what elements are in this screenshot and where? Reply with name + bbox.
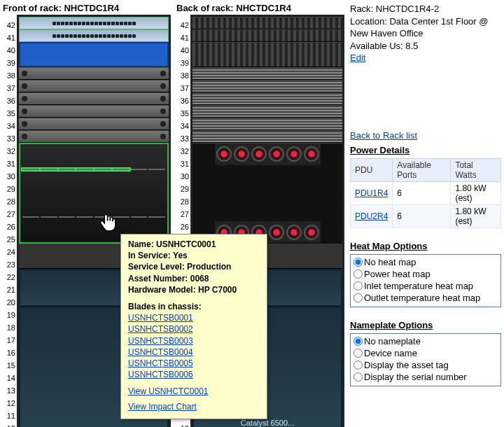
tt-asset: 0068: [190, 274, 209, 284]
device-1u-rear[interactable]: [192, 92, 342, 105]
meta-loc-label: Location:: [350, 16, 387, 27]
device-1u[interactable]: [19, 105, 169, 118]
nameplate-radio[interactable]: [354, 349, 363, 358]
pdu-link[interactable]: PDU2R4: [355, 211, 388, 221]
tt-name: USNHCTC0001: [156, 239, 216, 249]
nameplate-label: Device name: [364, 348, 417, 358]
front-rack-title: Front of rack: NHCTDC1R4: [3, 3, 171, 13]
tt-blade-link[interactable]: USNHCTSB0003: [128, 335, 260, 346]
heatmap-label: Outlet temperature heat map: [364, 293, 480, 303]
nameplate-label: Display the serial number: [364, 372, 467, 382]
meta-avail-label: Available Us:: [350, 41, 403, 51]
col-pdu: PDU: [351, 158, 393, 181]
heatmap-radio[interactable]: [354, 281, 363, 290]
device-label: Catalyst 6500...: [241, 419, 294, 427]
device-switch-rear[interactable]: [192, 17, 342, 29]
nameplate-option[interactable]: Display the serial number: [354, 371, 498, 383]
pdu-row: PDU1R461.80 kW (est): [351, 181, 501, 204]
device-1u-rear[interactable]: [192, 130, 342, 143]
device-1u[interactable]: [19, 92, 169, 105]
tt-sl-label: Service Level:: [128, 262, 185, 272]
device-switch[interactable]: [19, 17, 169, 29]
device-appliance-blue[interactable]: [19, 42, 169, 67]
nameplate-option[interactable]: Display the asset tag: [354, 359, 498, 371]
tt-hw: HP C7000: [198, 285, 237, 295]
pdu-watts: 1.80 kW (est): [451, 181, 501, 204]
device-blade-chassis-rear[interactable]: [192, 143, 342, 244]
tt-name-label: Name:: [128, 239, 154, 249]
col-ports: Available Ports: [393, 158, 451, 181]
meta-avail: 8.5: [405, 41, 418, 51]
tt-sl: Production: [187, 262, 231, 272]
device-1u-rear[interactable]: [192, 105, 342, 118]
nameplate-options: No nameplateDevice nameDisplay the asset…: [350, 333, 501, 386]
nameplate-radio[interactable]: [354, 337, 363, 346]
device-appliance-rear[interactable]: [192, 42, 342, 67]
device-1u[interactable]: [19, 80, 169, 92]
u-labels-front: 1011121314151617181920212223242526272829…: [3, 15, 17, 427]
nameplate-heading: Nameplate Options: [350, 320, 501, 330]
tt-blade-link[interactable]: USNHCTSB0004: [128, 346, 260, 358]
nameplate-radio[interactable]: [354, 372, 363, 382]
heatmap-label: Inlet temperature heat map: [364, 281, 473, 291]
device-blade-chassis[interactable]: [19, 143, 169, 244]
device-1u-rear[interactable]: [192, 67, 342, 80]
tt-blade-link[interactable]: USNHCTSB0002: [128, 323, 260, 335]
device-1u[interactable]: [19, 130, 169, 143]
device-1u[interactable]: [19, 118, 169, 130]
tt-blades-label: Blades in chassis:: [128, 302, 202, 312]
device-1u-rear[interactable]: [192, 118, 342, 130]
meta-rack: NHCTDC1R4-2: [376, 4, 439, 14]
col-watts: Total Watts: [451, 158, 501, 181]
heatmap-options: No heat mapPower heat mapInlet temperatu…: [350, 254, 501, 307]
tt-blade-link[interactable]: USNHCTSB0006: [128, 369, 260, 380]
heatmap-option[interactable]: No heat map: [354, 256, 498, 268]
tt-inservice: Yes: [173, 251, 188, 260]
power-details-heading: Power Details: [350, 145, 501, 155]
heatmap-heading: Heat Map Options: [350, 241, 501, 251]
nameplate-option[interactable]: Device name: [354, 347, 498, 359]
heatmap-option[interactable]: Inlet temperature heat map: [354, 280, 498, 292]
meta-rack-label: Rack:: [350, 4, 373, 14]
tt-view-impact-link[interactable]: View Impact Chart: [128, 401, 260, 412]
heatmap-label: No heat map: [364, 257, 416, 267]
edit-link[interactable]: Edit: [350, 52, 365, 63]
tt-hw-label: Hardware Model:: [128, 285, 196, 295]
power-table: PDU Available Ports Total Watts PDU1R461…: [350, 158, 501, 228]
device-tooltip: Name: USNHCTC0001 In Service: Yes Servic…: [120, 234, 267, 419]
device-switch[interactable]: [19, 29, 169, 42]
device-1u[interactable]: [19, 67, 169, 80]
nameplate-radio[interactable]: [354, 360, 363, 370]
pdu-row: PDU2R461.80 kW (est): [351, 204, 501, 227]
tt-blade-link[interactable]: USNHCTSB0001: [128, 312, 260, 323]
pdu-watts: 1.80 kW (est): [451, 204, 501, 227]
pdu-link[interactable]: PDU1R4: [355, 188, 388, 198]
tt-view-device-link[interactable]: View USNHCTC0001: [128, 386, 260, 397]
heatmap-option[interactable]: Power heat map: [354, 268, 498, 280]
back-rack-title: Back of rack: NHCTDC1R4: [176, 3, 344, 13]
tt-asset-label: Asset Number:: [128, 274, 188, 284]
nameplate-label: No nameplate: [364, 336, 421, 346]
heatmap-option[interactable]: Outlet temperature heat map: [354, 292, 498, 304]
tt-inservice-label: In Service:: [128, 251, 171, 260]
pdu-ports: 6: [393, 204, 451, 227]
heatmap-radio[interactable]: [354, 270, 363, 279]
nameplate-label: Display the asset tag: [364, 360, 449, 370]
device-1u-rear[interactable]: [192, 80, 342, 92]
nameplate-option[interactable]: No nameplate: [354, 335, 498, 347]
device-switch-rear[interactable]: [192, 29, 342, 42]
tt-blade-link[interactable]: USNHCTSB0005: [128, 358, 260, 369]
heatmap-label: Power heat map: [364, 269, 430, 279]
heatmap-radio[interactable]: [354, 293, 363, 302]
heatmap-radio[interactable]: [354, 258, 363, 267]
pdu-ports: 6: [393, 181, 451, 204]
back-to-list-link[interactable]: Back to Rack list: [350, 130, 417, 141]
